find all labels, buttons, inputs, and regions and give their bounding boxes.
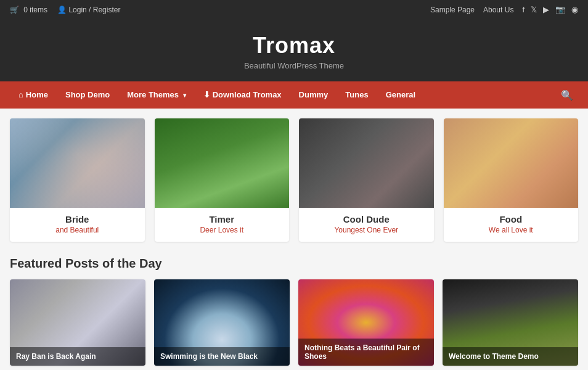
post-card-flowers[interactable]: Nothing Beats a Beautiful Pair of Shoes [298, 279, 434, 366]
instagram-icon[interactable]: 📷 [555, 5, 565, 14]
download-icon: ⬇ [203, 90, 210, 99]
login-register-link[interactable]: 👤 Login / Register [57, 6, 120, 14]
nav-item-dummy[interactable]: Dummy [290, 81, 337, 109]
card-body-bride: Bride and Beautiful [10, 208, 145, 242]
user-icon: 👤 [57, 6, 67, 14]
featured-grid: Bride and Beautiful Timer Deer Loves it … [10, 118, 578, 242]
cart-icon: 🛒 [10, 6, 19, 14]
card-body-timer: Timer Deer Loves it [155, 208, 290, 242]
card-body-cooldude: Cool Dude Youngest One Ever [299, 208, 434, 242]
nav-item-download[interactable]: ⬇Download Tromax [195, 81, 290, 109]
nav-link-general[interactable]: General [377, 81, 424, 109]
card-title-bride: Bride [17, 214, 137, 224]
card-subtitle-bride: and Beautiful [17, 226, 137, 234]
search-icon[interactable]: 🔍 [556, 84, 578, 106]
nav-items: ⌂Home Shop Demo More Themes ▾ ⬇Download … [10, 81, 556, 109]
card-image-food [444, 118, 579, 208]
twitter-icon[interactable]: 𝕏 [531, 5, 537, 14]
card-subtitle-cooldude: Youngest One Ever [306, 226, 427, 234]
nav-link-home[interactable]: ⌂Home [10, 81, 57, 109]
post-label-rayban: Ray Ban is Back Again [10, 347, 145, 366]
card-subtitle-food: We all Love it [451, 226, 571, 234]
featured-card-bride[interactable]: Bride and Beautiful [10, 118, 145, 242]
card-subtitle-timer: Deer Loves it [162, 226, 282, 234]
card-title-cooldude: Cool Dude [306, 214, 427, 224]
cart-count: 0 items [23, 6, 47, 14]
card-title-food: Food [451, 214, 571, 224]
cart-area[interactable]: 🛒 0 items [10, 6, 47, 14]
post-label-flowers: Nothing Beats a Beautiful Pair of Shoes [298, 339, 434, 366]
content-area: Bride and Beautiful Timer Deer Loves it … [0, 109, 588, 370]
post-card-rayban[interactable]: Ray Ban is Back Again [10, 279, 145, 366]
rss-icon[interactable]: ◉ [571, 5, 578, 14]
nav-link-more-themes[interactable]: More Themes ▾ [118, 81, 194, 109]
card-image-timer [155, 118, 290, 208]
site-title: Tromax [0, 33, 588, 59]
nav-link-tunes[interactable]: Tunes [337, 81, 377, 109]
featured-section-title: Featured Posts of the Day [10, 257, 578, 271]
top-bar: 🛒 0 items 👤 Login / Register Sample Page… [0, 0, 588, 19]
nav-link-download[interactable]: ⬇Download Tromax [195, 81, 290, 109]
card-title-timer: Timer [162, 214, 282, 224]
post-card-swimming[interactable]: Swimming is the New Black [154, 279, 290, 366]
vimeo-icon[interactable]: ▶ [543, 5, 549, 14]
nav-link-shop-demo[interactable]: Shop Demo [57, 81, 118, 109]
nav-item-shop-demo[interactable]: Shop Demo [57, 81, 118, 109]
site-header: Tromax Beautiful WordPress Theme [0, 19, 588, 81]
featured-card-cooldude[interactable]: Cool Dude Youngest One Ever [299, 118, 434, 242]
nav-item-general[interactable]: General [377, 81, 424, 109]
card-image-cooldude [299, 118, 434, 208]
nav-link-dummy[interactable]: Dummy [290, 81, 337, 109]
social-icons: f 𝕏 ▶ 📷 ◉ [522, 5, 578, 14]
post-card-rails[interactable]: Welcome to Theme Demo [443, 279, 578, 366]
featured-card-food[interactable]: Food We all Love it [444, 118, 579, 242]
nav-item-home[interactable]: ⌂Home [10, 81, 57, 109]
main-nav: ⌂Home Shop Demo More Themes ▾ ⬇Download … [0, 81, 588, 109]
home-icon: ⌂ [18, 90, 23, 99]
sample-page-link[interactable]: Sample Page [430, 6, 475, 14]
dropdown-arrow-icon: ▾ [183, 92, 186, 99]
login-register-label: Login / Register [68, 6, 120, 14]
post-label-rails: Welcome to Theme Demo [443, 347, 578, 366]
card-body-food: Food We all Love it [444, 208, 579, 242]
nav-item-tunes[interactable]: Tunes [337, 81, 377, 109]
posts-grid: Ray Ban is Back Again Swimming is the Ne… [10, 279, 578, 366]
top-bar-right: Sample Page About Us f 𝕏 ▶ 📷 ◉ [430, 5, 578, 14]
site-tagline: Beautiful WordPress Theme [0, 61, 588, 70]
post-label-swimming: Swimming is the New Black [154, 347, 290, 366]
facebook-icon[interactable]: f [522, 5, 525, 14]
card-image-bride [10, 118, 145, 208]
about-us-link[interactable]: About Us [483, 6, 513, 14]
nav-item-more-themes[interactable]: More Themes ▾ [118, 81, 194, 109]
featured-card-timer[interactable]: Timer Deer Loves it [155, 118, 290, 242]
top-bar-left: 🛒 0 items 👤 Login / Register [10, 6, 120, 14]
